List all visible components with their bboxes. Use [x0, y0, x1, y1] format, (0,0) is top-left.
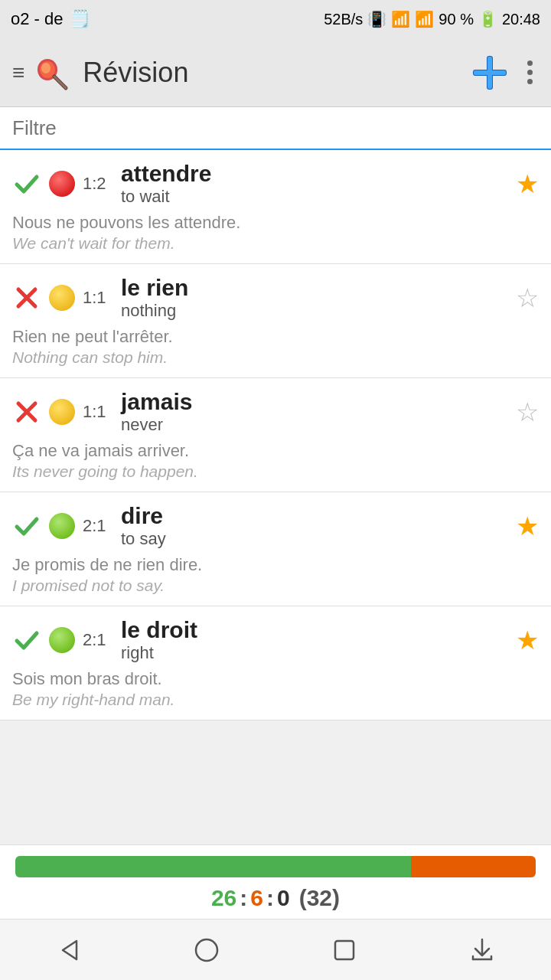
svg-rect-15 [335, 941, 354, 959]
score-label: 1:2 [83, 174, 113, 194]
hamburger-icon[interactable]: ≡ [12, 60, 24, 85]
battery-icon: 🔋 [478, 10, 497, 28]
svg-point-4 [41, 63, 51, 74]
more-menu-button[interactable] [521, 54, 539, 90]
green-score: 26 [211, 885, 236, 911]
back-icon [55, 936, 83, 964]
back-button[interactable] [42, 923, 96, 977]
translation-label: right [121, 643, 508, 663]
wifi-icon: 📶 [391, 10, 410, 28]
app-title: Révision [83, 57, 468, 89]
progress-green [15, 856, 411, 877]
difficulty-dot [49, 513, 75, 539]
download-button[interactable] [455, 923, 509, 977]
word-block: attendre to wait [121, 161, 508, 207]
carrier-label: o2 - de [11, 9, 64, 29]
difficulty-dot [49, 627, 75, 653]
recent-icon [332, 938, 357, 962]
word-label: le rien [121, 275, 508, 301]
recent-apps-button[interactable] [318, 923, 371, 977]
score-label: 2:1 [83, 516, 113, 536]
bottom-bar: 26 : 6 : 0 (32) [0, 844, 551, 919]
list-item: 1:1 le rien nothing ☆ Rien ne peut l'arr… [0, 264, 551, 378]
example-fr: Sois mon bras droit. [12, 669, 539, 689]
total-score: (32) [299, 885, 340, 911]
example-fr: Je promis de ne rien dire. [12, 555, 539, 575]
nav-bar [0, 919, 551, 980]
plus-icon [470, 53, 510, 93]
word-block: le droit right [121, 617, 508, 663]
star-button[interactable]: ★ [516, 625, 539, 655]
translation-label: nothing [121, 301, 508, 321]
zero-score: 0 [277, 885, 290, 911]
score-label: 2:1 [83, 630, 113, 650]
status-right: 52B/s 📳 📶 📶 90 % 🔋 20:48 [324, 10, 540, 28]
word-block: dire to say [121, 503, 508, 549]
example-fr: Rien ne peut l'arrêter. [12, 327, 539, 347]
example-fr: Ça ne va jamais arriver. [12, 441, 539, 461]
score-separator-1: : [240, 885, 247, 911]
time-label: 20:48 [502, 11, 540, 28]
star-button[interactable]: ★ [516, 511, 539, 541]
score-separator-2: : [266, 885, 274, 911]
vibrate-icon: 📳 [367, 10, 386, 28]
status-bar: o2 - de 🗒️ 52B/s 📳 📶 📶 90 % 🔋 20:48 [0, 0, 551, 38]
example-en: We can't wait for them. [12, 234, 539, 253]
difficulty-dot [49, 171, 75, 197]
progress-bar [15, 856, 536, 877]
example-fr: Nous ne pouvons les attendre. [12, 213, 539, 233]
score-label: 1:1 [83, 288, 113, 308]
difficulty-dot [49, 285, 75, 311]
status-left: o2 - de 🗒️ [11, 9, 90, 29]
translation-label: never [121, 415, 508, 435]
difficulty-dot [49, 399, 75, 425]
correct-icon [12, 626, 41, 655]
filter-bar[interactable] [0, 107, 551, 150]
incorrect-icon [12, 397, 41, 426]
translation-label: to say [121, 529, 508, 549]
svg-rect-8 [474, 70, 506, 75]
svg-point-14 [196, 939, 217, 961]
download-icon [468, 936, 496, 964]
signal-icon: 📶 [415, 10, 434, 28]
star-button[interactable]: ☆ [516, 283, 539, 313]
translation-label: to wait [121, 187, 508, 207]
word-block: jamais never [121, 389, 508, 435]
home-icon [193, 936, 220, 964]
correct-icon [12, 511, 41, 541]
filter-input[interactable] [12, 116, 539, 140]
app-logo [32, 53, 72, 93]
battery-label: 90 % [439, 11, 474, 28]
main-content: 1:2 attendre to wait ★ Nous ne pouvons l… [0, 107, 551, 919]
example-en: Nothing can stop him. [12, 348, 539, 367]
add-button[interactable] [468, 51, 512, 95]
incorrect-icon [12, 283, 41, 312]
list-item: 2:1 dire to say ★ Je promis de ne rien d… [0, 492, 551, 606]
example-en: Its never going to happen. [12, 462, 539, 481]
list-item: 1:2 attendre to wait ★ Nous ne pouvons l… [0, 150, 551, 264]
home-button[interactable] [180, 923, 233, 977]
cloud-icon: 🗒️ [70, 9, 90, 29]
word-label: attendre [121, 161, 508, 187]
example-en: Be my right-hand man. [12, 691, 539, 709]
score-summary: 26 : 6 : 0 (32) [15, 885, 536, 911]
vocabulary-list: 1:2 attendre to wait ★ Nous ne pouvons l… [0, 150, 551, 844]
example-en: I promised not to say. [12, 577, 539, 595]
list-item: 2:1 le droit right ★ Sois mon bras droit… [0, 606, 551, 720]
app-bar: ≡ Révision [0, 38, 551, 107]
word-label: dire [121, 503, 508, 529]
progress-orange [411, 856, 536, 877]
score-label: 1:1 [83, 402, 113, 422]
orange-score: 6 [250, 885, 263, 911]
star-button[interactable]: ☆ [516, 397, 539, 427]
list-item: 1:1 jamais never ☆ Ça ne va jamais arriv… [0, 378, 551, 492]
word-label: le droit [121, 617, 508, 643]
svg-marker-13 [63, 941, 77, 959]
word-block: le rien nothing [121, 275, 508, 321]
svg-line-3 [54, 77, 66, 88]
correct-icon [12, 169, 41, 198]
word-label: jamais [121, 389, 508, 415]
speed-label: 52B/s [324, 11, 363, 28]
star-button[interactable]: ★ [516, 168, 539, 199]
